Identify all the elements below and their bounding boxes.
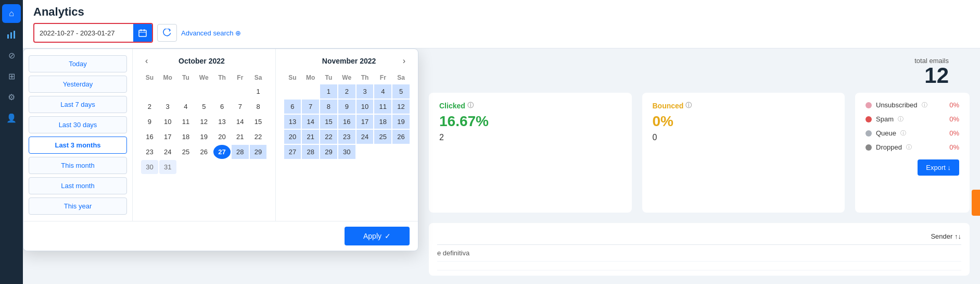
cal-day-27[interactable]: 27 bbox=[213, 145, 231, 159]
advanced-search-label: Advanced search bbox=[181, 29, 233, 37]
ban-icon[interactable]: ⊘ bbox=[2, 46, 21, 65]
legend-dropped: Dropped ⓘ 0% bbox=[866, 143, 959, 151]
queue-info-icon[interactable]: ⓘ bbox=[900, 129, 906, 137]
export-button[interactable]: Export ↓ bbox=[918, 159, 959, 176]
bounced-card: Bounced ⓘ 0% 0 bbox=[642, 93, 845, 213]
nov-cal-day-26[interactable]: 26 bbox=[392, 130, 410, 144]
cal-day-17[interactable]: 17 bbox=[159, 130, 176, 144]
cal-day-5[interactable]: 5 bbox=[195, 100, 212, 114]
bounced-info-icon[interactable]: ⓘ bbox=[685, 101, 692, 110]
nov-cal-day-29[interactable]: 29 bbox=[320, 145, 337, 159]
quick-thisyear[interactable]: This year bbox=[29, 197, 127, 215]
cal-day-29[interactable]: 29 bbox=[250, 145, 267, 159]
cal-day-30[interactable]: 30 bbox=[141, 160, 158, 174]
quick-today[interactable]: Today bbox=[29, 55, 127, 72]
nov-cal-day-2[interactable]: 2 bbox=[338, 84, 355, 98]
cal-day-6[interactable]: 6 bbox=[213, 100, 231, 114]
cal-day-23[interactable]: 23 bbox=[141, 145, 158, 159]
cal-day-31[interactable]: 31 bbox=[159, 160, 176, 174]
nov-cal-day-5[interactable]: 5 bbox=[392, 84, 410, 98]
nov-cal-day-22[interactable]: 22 bbox=[320, 130, 337, 144]
cal-day-13[interactable]: 13 bbox=[213, 115, 231, 129]
orange-tab[interactable] bbox=[972, 190, 980, 216]
clicked-info-icon[interactable]: ⓘ bbox=[467, 101, 474, 110]
cal-day-4[interactable]: 4 bbox=[177, 100, 195, 114]
cal-day-14[interactable]: 14 bbox=[232, 115, 249, 129]
nov-cal-day-12[interactable]: 12 bbox=[392, 100, 410, 114]
cal-day-18[interactable]: 18 bbox=[177, 130, 195, 144]
date-range-input[interactable] bbox=[34, 26, 133, 40]
quick-yesterday[interactable]: Yesterday bbox=[29, 76, 127, 93]
nov-cal-day-18[interactable]: 18 bbox=[374, 115, 391, 129]
apply-button[interactable]: Apply ✓ bbox=[345, 227, 410, 245]
nov-cal-day-19[interactable]: 19 bbox=[392, 115, 410, 129]
cal-day-7[interactable]: 7 bbox=[232, 100, 249, 114]
nov-cal-day-28[interactable]: 28 bbox=[302, 145, 319, 159]
settings-icon[interactable]: ⚙ bbox=[2, 88, 21, 106]
cal-day-12[interactable]: 12 bbox=[195, 115, 212, 129]
cal-day-24[interactable]: 24 bbox=[159, 145, 176, 159]
quick-lastmonth[interactable]: Last month bbox=[29, 177, 127, 194]
nov-cal-day-20[interactable]: 20 bbox=[284, 130, 301, 144]
nov-cal-day-25[interactable]: 25 bbox=[374, 130, 391, 144]
nov-cal-day-23[interactable]: 23 bbox=[338, 130, 355, 144]
quick-last7[interactable]: Last 7 days bbox=[29, 96, 127, 113]
cal-day-1[interactable]: 1 bbox=[250, 84, 267, 98]
header-controls: Advanced search ⊕ bbox=[33, 23, 970, 48]
nov-cal-day-17[interactable]: 17 bbox=[357, 115, 374, 129]
cal-day-22[interactable]: 22 bbox=[250, 130, 267, 144]
home-icon[interactable]: ⌂ bbox=[2, 4, 21, 23]
nov-cal-day-30[interactable]: 30 bbox=[338, 145, 355, 159]
nov-cal-day-11[interactable]: 11 bbox=[374, 100, 391, 114]
quick-last30[interactable]: Last 30 days bbox=[29, 116, 127, 133]
nov-cal-day-1[interactable]: 1 bbox=[320, 84, 337, 98]
nov-cal-day-21[interactable]: 21 bbox=[302, 130, 319, 144]
nov-cal-day-4[interactable]: 4 bbox=[374, 84, 391, 98]
nov-cal-day-10[interactable]: 10 bbox=[357, 100, 374, 114]
user-icon[interactable]: 👤 bbox=[2, 108, 21, 127]
cal-day-11[interactable]: 11 bbox=[177, 115, 195, 129]
prev-month-button[interactable]: ‹ bbox=[141, 55, 152, 67]
cal-day-19[interactable]: 19 bbox=[195, 130, 212, 144]
nov-cal-day-3[interactable]: 3 bbox=[357, 84, 374, 98]
cal-day-26[interactable]: 26 bbox=[195, 145, 212, 159]
unsubscribed-info-icon[interactable]: ⓘ bbox=[922, 101, 927, 109]
nov-cal-day-14[interactable]: 14 bbox=[302, 115, 319, 129]
nov-cal-day-15[interactable]: 15 bbox=[320, 115, 337, 129]
svg-rect-2 bbox=[14, 31, 15, 39]
quick-thismonth[interactable]: This month bbox=[29, 157, 127, 174]
nov-cal-day-8[interactable]: 8 bbox=[320, 100, 337, 114]
nov-cal-day-6[interactable]: 6 bbox=[284, 100, 301, 114]
cal-day-2[interactable]: 2 bbox=[141, 100, 158, 114]
cal-day-20[interactable]: 20 bbox=[213, 130, 231, 144]
quick-last3months[interactable]: Last 3 months bbox=[29, 137, 127, 154]
advanced-search-link[interactable]: Advanced search ⊕ bbox=[181, 29, 241, 37]
cal-day-15[interactable]: 15 bbox=[250, 115, 267, 129]
nov-cal-day-16[interactable]: 16 bbox=[338, 115, 355, 129]
table-row: e definitiva bbox=[437, 245, 961, 262]
bounced-label: Bounced ⓘ bbox=[653, 101, 835, 110]
dropped-info-icon[interactable]: ⓘ bbox=[906, 143, 912, 151]
refresh-button[interactable] bbox=[157, 24, 177, 42]
nov-cal-day-9[interactable]: 9 bbox=[338, 100, 355, 114]
cal-day-3[interactable]: 3 bbox=[159, 100, 176, 114]
nov-cal-day-24[interactable]: 24 bbox=[357, 130, 374, 144]
chart-icon[interactable] bbox=[2, 25, 21, 44]
grid-icon[interactable]: ⊞ bbox=[2, 67, 21, 85]
nov-cal-day-7[interactable]: 7 bbox=[302, 100, 319, 114]
next-month-button[interactable]: › bbox=[399, 55, 410, 67]
cal-day-9[interactable]: 9 bbox=[141, 115, 158, 129]
cal-day-28[interactable]: 28 bbox=[232, 145, 249, 159]
spam-info-icon[interactable]: ⓘ bbox=[898, 115, 903, 123]
metrics-row: Clicked ⓘ 16.67% 2 Bounced ⓘ 0% 0 bbox=[429, 93, 970, 213]
calendars-area: ‹ October 2022 Su Mo Tu We T bbox=[133, 49, 418, 221]
sender-column-header[interactable]: Sender ↑↓ bbox=[931, 232, 961, 240]
calendar-button[interactable] bbox=[133, 24, 152, 42]
cal-day-25[interactable]: 25 bbox=[177, 145, 195, 159]
cal-day-16[interactable]: 16 bbox=[141, 130, 158, 144]
nov-cal-day-27[interactable]: 27 bbox=[284, 145, 301, 159]
nov-cal-day-13[interactable]: 13 bbox=[284, 115, 301, 129]
cal-day-10[interactable]: 10 bbox=[159, 115, 176, 129]
cal-day-21[interactable]: 21 bbox=[232, 130, 249, 144]
cal-day-8[interactable]: 8 bbox=[250, 100, 267, 114]
